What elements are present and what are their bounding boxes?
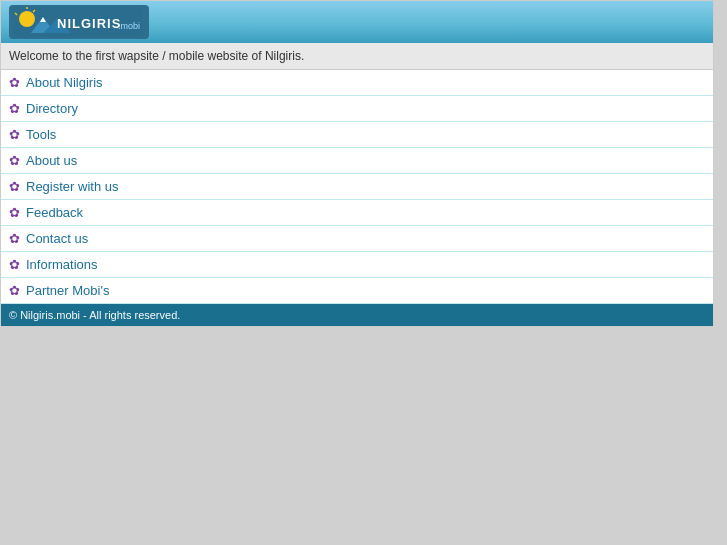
- header: NILGIRIS .mobi: [1, 1, 713, 43]
- logo-box: NILGIRIS .mobi: [9, 5, 149, 39]
- nav-icon-8: ✿: [9, 283, 20, 298]
- nav-label-3: About us: [26, 153, 77, 168]
- nav-label-0: About Nilgiris: [26, 75, 103, 90]
- nav-item-1[interactable]: ✿Directory: [1, 96, 713, 122]
- footer-text: © Nilgiris.mobi - All rights reserved.: [9, 309, 180, 321]
- nav-item-0[interactable]: ✿About Nilgiris: [1, 70, 713, 96]
- svg-text:NILGIRIS: NILGIRIS: [57, 16, 121, 31]
- welcome-bar: Welcome to the first wapsite / mobile we…: [1, 43, 713, 70]
- nav-label-7: Informations: [26, 257, 98, 272]
- nav-label-4: Register with us: [26, 179, 118, 194]
- nav-label-5: Feedback: [26, 205, 83, 220]
- nav-label-8: Partner Mobi's: [26, 283, 109, 298]
- nav-item-8[interactable]: ✿Partner Mobi's: [1, 278, 713, 304]
- nav-icon-7: ✿: [9, 257, 20, 272]
- nav-icon-4: ✿: [9, 179, 20, 194]
- nav-label-6: Contact us: [26, 231, 88, 246]
- nav-icon-5: ✿: [9, 205, 20, 220]
- svg-point-1: [19, 11, 35, 27]
- main-nav: ✿About Nilgiris✿Directory✿Tools✿About us…: [1, 70, 713, 304]
- app-wrapper: NILGIRIS .mobi Welcome to the first waps…: [0, 0, 714, 327]
- nav-icon-3: ✿: [9, 153, 20, 168]
- nav-icon-1: ✿: [9, 101, 20, 116]
- nav-label-1: Directory: [26, 101, 78, 116]
- nav-item-5[interactable]: ✿Feedback: [1, 200, 713, 226]
- footer: © Nilgiris.mobi - All rights reserved.: [1, 304, 713, 326]
- nav-icon-2: ✿: [9, 127, 20, 142]
- nav-icon-6: ✿: [9, 231, 20, 246]
- logo-container: NILGIRIS .mobi: [9, 5, 149, 39]
- nav-item-3[interactable]: ✿About us: [1, 148, 713, 174]
- nav-label-2: Tools: [26, 127, 56, 142]
- nav-item-7[interactable]: ✿Informations: [1, 252, 713, 278]
- svg-text:.mobi: .mobi: [118, 21, 140, 31]
- logo-svg: NILGIRIS .mobi: [13, 7, 143, 37]
- nav-item-4[interactable]: ✿Register with us: [1, 174, 713, 200]
- nav-icon-0: ✿: [9, 75, 20, 90]
- nav-item-6[interactable]: ✿Contact us: [1, 226, 713, 252]
- welcome-text: Welcome to the first wapsite / mobile we…: [9, 49, 304, 63]
- nav-item-2[interactable]: ✿Tools: [1, 122, 713, 148]
